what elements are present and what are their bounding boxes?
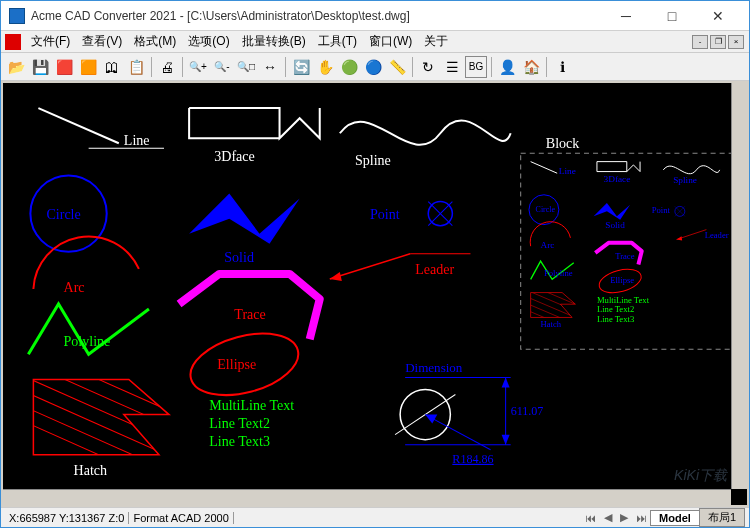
- menu-tools[interactable]: 工具(T): [312, 33, 363, 50]
- regen-button[interactable]: ↻: [417, 56, 439, 78]
- svg-line-7: [330, 254, 410, 279]
- vertical-scrollbar[interactable]: [731, 83, 747, 489]
- bg-button[interactable]: BG: [465, 56, 487, 78]
- tab-nav-next[interactable]: ▶: [616, 511, 632, 524]
- title-bar: Acme CAD Converter 2021 - [C:\Users\Admi…: [1, 1, 749, 31]
- tab-model[interactable]: Model: [650, 510, 700, 526]
- menu-format[interactable]: 格式(M): [128, 33, 182, 50]
- label-circle: Circle: [46, 206, 80, 222]
- zoom-window-button[interactable]: 🔍□: [235, 56, 257, 78]
- separator: [151, 57, 152, 77]
- label-leader: Leader: [415, 261, 454, 277]
- pan-button[interactable]: ✋: [314, 56, 336, 78]
- status-bar: X:665987 Y:131367 Z:0 Format ACAD 2000 ⏮…: [1, 507, 749, 527]
- mdi-minimize-button[interactable]: -: [692, 35, 708, 49]
- export-pdf-button[interactable]: 🕮: [101, 56, 123, 78]
- tab-nav-last[interactable]: ⏭: [632, 512, 651, 524]
- window-title: Acme CAD Converter 2021 - [C:\Users\Admi…: [31, 9, 603, 23]
- label-mtext3: Line Text3: [209, 433, 270, 449]
- svg-text:Leader: Leader: [705, 230, 729, 240]
- label-mtext2: Line Text2: [209, 415, 270, 431]
- canvas-area: Line 3Dface Spline Circle Solid Point Ar…: [1, 81, 749, 507]
- doc-icon: [5, 34, 21, 50]
- zoom-out-button[interactable]: 🔍-: [211, 56, 233, 78]
- print-button[interactable]: 🖨: [156, 56, 178, 78]
- color-button[interactable]: 🔵: [362, 56, 384, 78]
- minimize-button[interactable]: [603, 1, 649, 31]
- label-line: Line: [124, 132, 150, 148]
- svg-line-14: [8, 354, 189, 434]
- zoom-in-button[interactable]: 🔍+: [187, 56, 209, 78]
- help-button[interactable]: ℹ: [551, 56, 573, 78]
- status-format: Format ACAD 2000: [129, 512, 233, 524]
- svg-marker-8: [330, 272, 342, 281]
- rotate-button[interactable]: 🟢: [338, 56, 360, 78]
- label-arc: Arc: [64, 279, 85, 295]
- tab-nav-prev[interactable]: ◀: [600, 511, 616, 524]
- svg-text:Ellipse: Ellipse: [610, 275, 634, 285]
- svg-text:3Dface: 3Dface: [604, 174, 631, 184]
- layers-button[interactable]: ☰: [441, 56, 463, 78]
- svg-text:Line Text2: Line Text2: [597, 304, 634, 314]
- tab-layout1[interactable]: 布局1: [699, 508, 745, 527]
- toolbar: 📂 💾 🟥 🟧 🕮 📋 🖨 🔍+ 🔍- 🔍□ ↔ 🔄 ✋ 🟢 🔵 📏 ↻ ☰ B…: [1, 53, 749, 81]
- svg-marker-25: [425, 415, 437, 424]
- export-raster-button[interactable]: 🟧: [77, 56, 99, 78]
- svg-text:Trace: Trace: [615, 251, 634, 261]
- svg-line-11: [8, 384, 189, 464]
- zoom-prev-button[interactable]: 🔄: [290, 56, 312, 78]
- horizontal-scrollbar[interactable]: [3, 489, 731, 505]
- dim-value-h: 611.07: [511, 404, 544, 418]
- status-coords: X:665987 Y:131367 Z:0: [5, 512, 129, 524]
- svg-text:Spline: Spline: [673, 175, 697, 185]
- svg-marker-22: [502, 377, 510, 387]
- app-icon: [9, 8, 25, 24]
- separator: [546, 57, 547, 77]
- label-polyline: Polyline: [64, 333, 111, 349]
- maximize-button[interactable]: [649, 1, 695, 31]
- zoom-extents-button[interactable]: ↔: [259, 56, 281, 78]
- svg-line-12: [8, 369, 189, 449]
- menu-window[interactable]: 窗口(W): [363, 33, 418, 50]
- menu-about[interactable]: 关于: [418, 33, 454, 50]
- svg-marker-41: [677, 236, 683, 240]
- mdi-close-button[interactable]: ×: [728, 35, 744, 49]
- export-dwg-button[interactable]: 🟥: [53, 56, 75, 78]
- menu-batch[interactable]: 批量转换(B): [236, 33, 312, 50]
- measure-button[interactable]: 📏: [386, 56, 408, 78]
- menu-options[interactable]: 选项(O): [182, 33, 235, 50]
- label-spline: Spline: [355, 152, 391, 168]
- open-button[interactable]: 📂: [5, 56, 27, 78]
- save-button[interactable]: 💾: [29, 56, 51, 78]
- label-dimension: Dimension: [405, 360, 463, 375]
- mdi-restore-button[interactable]: ❐: [710, 35, 726, 49]
- svg-marker-3: [189, 194, 300, 244]
- svg-text:Point: Point: [652, 205, 671, 215]
- menu-file[interactable]: 文件(F): [25, 33, 76, 50]
- svg-text:Line: Line: [559, 166, 576, 176]
- separator: [412, 57, 413, 77]
- home-button[interactable]: 🏠: [520, 56, 542, 78]
- drawing-canvas[interactable]: Line 3Dface Spline Circle Solid Point Ar…: [3, 83, 747, 505]
- separator: [285, 57, 286, 77]
- label-hatch: Hatch: [74, 462, 108, 478]
- label-trace: Trace: [234, 306, 265, 322]
- separator: [491, 57, 492, 77]
- dim-value-r: R184.86: [452, 452, 493, 466]
- tab-nav-first[interactable]: ⏮: [581, 512, 600, 524]
- svg-text:MultiLine Text: MultiLine Text: [597, 295, 650, 305]
- menu-view[interactable]: 查看(V): [76, 33, 128, 50]
- svg-text:Circle: Circle: [536, 205, 556, 214]
- svg-text:Polyline: Polyline: [544, 268, 573, 278]
- layout-tabs: ⏮ ◀ ▶ ⏭ Model 布局1: [581, 508, 745, 527]
- close-button[interactable]: [695, 1, 741, 31]
- copy-button[interactable]: 📋: [125, 56, 147, 78]
- user-button[interactable]: 👤: [496, 56, 518, 78]
- label-solid: Solid: [224, 249, 254, 265]
- svg-text:Line Text3: Line Text3: [597, 314, 634, 324]
- svg-line-0: [38, 108, 118, 143]
- svg-marker-23: [502, 435, 510, 445]
- label-ellipse: Ellipse: [217, 356, 256, 372]
- label-mtext1: MultiLine Text: [209, 397, 294, 413]
- svg-line-27: [531, 162, 558, 174]
